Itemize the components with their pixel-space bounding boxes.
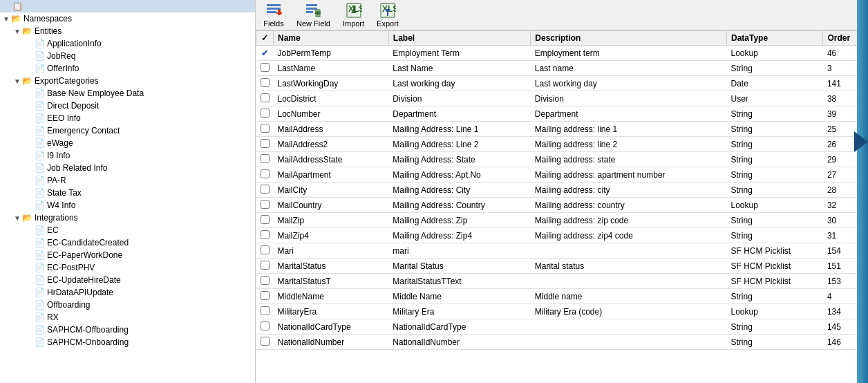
sidebar-item-ec-updatehiredate[interactable]: 📄EC-UpdateHireDate <box>0 274 255 286</box>
row-label: Mailing Address: City <box>388 183 530 198</box>
sidebar-item-saphcm-offboarding[interactable]: 📄SAPHCM-Offboarding <box>0 324 255 336</box>
sidebar-item-state-tax[interactable]: 📄State Tax <box>0 187 255 199</box>
row-checkbox[interactable] <box>261 139 270 148</box>
sidebar-item-jobreq[interactable]: 📄JobReq <box>0 50 255 62</box>
import-button[interactable]: XLS Import <box>338 0 369 30</box>
row-checkbox-cell <box>256 243 274 259</box>
sidebar-item-integrations[interactable]: ▼📂Integrations <box>0 212 255 224</box>
row-label: Mailing Address: Line 2 <box>388 137 530 152</box>
collapse-icon[interactable]: ▼ <box>14 77 21 85</box>
row-checkbox-cell <box>256 61 274 76</box>
sidebar-item-hrdataapi[interactable]: 📄HrDataAPIUpdate <box>0 286 255 299</box>
new-field-button[interactable]: New Field <box>292 0 335 30</box>
row-description: Last name <box>531 61 727 76</box>
row-label: Employment Term <box>388 46 530 61</box>
export-button[interactable]: XLS Export <box>372 0 404 30</box>
row-description: Department <box>531 106 727 122</box>
sidebar-item-job-related-info[interactable]: 📄Job Related Info <box>0 162 255 174</box>
row-checkbox[interactable] <box>261 337 270 346</box>
row-name: MailAddressState <box>274 152 389 167</box>
table-row: NationalIdCardTypeNationalIdCardTypeStri… <box>256 319 868 335</box>
sidebar-item-exportcategories[interactable]: ▼📂ExportCategories <box>0 75 255 87</box>
sidebar-item-namespaces[interactable]: ▼📂Namespaces <box>0 12 255 25</box>
row-checkbox[interactable] <box>261 63 270 72</box>
row-label: Mailing Address: Line 1 <box>388 122 530 137</box>
row-checkbox[interactable] <box>261 291 270 300</box>
table-row: MarimariSF HCM Picklist154 <box>256 243 868 259</box>
sidebar-item-ewage[interactable]: 📄eWage <box>0 137 255 149</box>
sidebar-item-w4-info[interactable]: 📄W4 Info <box>0 199 255 212</box>
row-checkbox[interactable] <box>261 93 270 102</box>
sidebar-item-entities[interactable]: ▼📂Entities <box>0 25 255 37</box>
row-description: Division <box>531 91 727 106</box>
sidebar-item-rx[interactable]: 📄RX <box>0 311 255 324</box>
row-checkbox[interactable] <box>261 245 270 254</box>
sidebar-item-emergency-contact[interactable]: 📄Emergency Contact <box>0 124 255 137</box>
fields-button[interactable]: Fields <box>258 0 289 30</box>
collapse-icon[interactable]: ▼ <box>14 214 21 222</box>
row-checkbox[interactable] <box>261 261 270 270</box>
row-checkbox[interactable] <box>261 200 270 209</box>
row-checkbox[interactable] <box>261 276 270 285</box>
row-checkbox[interactable] <box>261 169 270 178</box>
new-field-icon <box>305 2 321 19</box>
sidebar-item-offboarding[interactable]: 📄Offboarding <box>0 299 255 311</box>
row-datatype: SF HCM Picklist <box>726 274 822 289</box>
row-description: Mailing address: city <box>531 183 727 198</box>
row-name: LocDistrict <box>274 91 389 106</box>
sidebar-item-eeo-info[interactable]: 📄EEO Info <box>0 112 255 124</box>
sidebar-item-base-new-employee[interactable]: 📄Base New Employee Data <box>0 87 255 100</box>
row-name: MiddleName <box>274 289 389 304</box>
row-description: Employment term <box>531 46 727 61</box>
sidebar-item-pa-r[interactable]: 📄PA-R <box>0 174 255 187</box>
open-folder-icon: 📂 <box>22 76 32 86</box>
table-row: MailAddressStateMailing Address: StateMa… <box>256 152 868 167</box>
sidebar-item-offerinfo[interactable]: 📄OfferInfo <box>0 62 255 75</box>
row-checkbox-cell <box>256 167 274 183</box>
row-checkbox-cell <box>256 198 274 213</box>
row-checkbox[interactable] <box>261 230 270 239</box>
row-datatype: String <box>726 289 822 304</box>
sidebar-item-label: ExportCategories <box>35 76 99 86</box>
row-checkbox-cell <box>256 76 274 91</box>
document-icon: 📄 <box>35 300 45 310</box>
table-row: LocNumberDepartmentDepartmentString39 <box>256 106 868 122</box>
row-checkbox[interactable] <box>261 321 270 330</box>
sidebar-item-label: eWage <box>47 138 73 148</box>
row-name: LastName <box>274 61 389 76</box>
sidebar-item-ec-candidate-created[interactable]: 📄EC-CandidateCreated <box>0 236 255 249</box>
row-description: Mailing address: apartment number <box>531 167 727 183</box>
row-checkbox-cell <box>256 335 274 350</box>
sidebar-item-applicationinfo[interactable]: 📄ApplicationInfo <box>0 37 255 50</box>
row-checkbox[interactable] <box>261 78 270 87</box>
sidebar-item-ec-paperworkdone[interactable]: 📄EC-PaperWorkDone <box>0 249 255 261</box>
row-checkbox-cell <box>256 152 274 167</box>
row-checkbox[interactable] <box>261 215 270 224</box>
row-checkbox[interactable] <box>261 109 270 118</box>
row-checkbox[interactable] <box>261 185 270 194</box>
sidebar-item-ec[interactable]: 📄EC <box>0 224 255 236</box>
sidebar-item-label: OfferInfo <box>47 64 79 73</box>
row-datatype: Lookup <box>726 46 822 61</box>
collapse-icon[interactable]: ▼ <box>14 28 21 35</box>
document-icon: 📄 <box>35 101 45 111</box>
sidebar-item-direct-deposit[interactable]: 📄Direct Deposit <box>0 100 255 112</box>
row-checkbox-cell <box>256 106 274 122</box>
row-checkbox[interactable] <box>261 154 270 163</box>
sidebar-item-saphcm-onboarding[interactable]: 📄SAPHCM-Onboarding <box>0 336 255 348</box>
collapse-icon[interactable]: ▼ <box>3 15 10 23</box>
sidebar-item-i9-info[interactable]: 📄I9 Info <box>0 149 255 162</box>
document-icon: 📄 <box>35 188 45 198</box>
sidebar-item-ec-postphv[interactable]: 📄EC-PostPHV <box>0 261 255 274</box>
row-checkbox[interactable] <box>261 124 270 133</box>
row-name: MailAddress2 <box>274 137 389 152</box>
row-name: NationalIdNumber <box>274 335 389 350</box>
document-icon: 📄 <box>35 163 45 173</box>
sidebar: 📋▼📂Namespaces▼📂Entities📄ApplicationInfo📄… <box>0 0 256 383</box>
row-name: MailCountry <box>274 198 389 213</box>
row-description: Last working day <box>531 76 727 91</box>
row-checkbox[interactable] <box>261 306 270 315</box>
document-icon: 📄 <box>35 39 45 48</box>
sidebar-item-label: PA-R <box>47 176 66 185</box>
sidebar-item-all-fields[interactable]: 📋 <box>0 0 255 12</box>
